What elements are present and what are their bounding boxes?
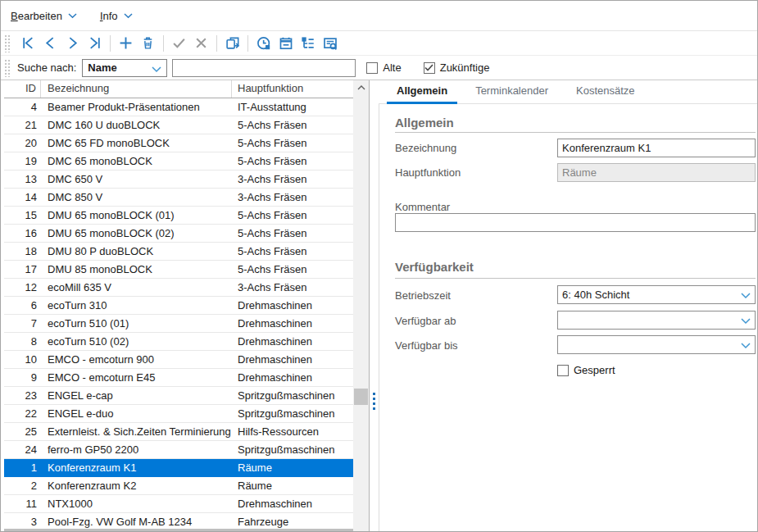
verfuegbar-ab-select[interactable] <box>557 311 756 330</box>
detail-tabs: Allgemein Terminkalender Kostensätze <box>379 80 757 104</box>
previous-record-icon <box>43 36 57 50</box>
bezeichnung-input[interactable] <box>557 139 756 157</box>
column-header-id[interactable]: ID <box>4 80 41 98</box>
chevron-down-icon <box>124 13 133 19</box>
table-row[interactable]: 25 Externleist. & Sich.Zeiten Terminieru… <box>4 423 353 441</box>
table-row[interactable]: 16 DMU 65 monoBLOCK (02) 5-Achs Fräsen <box>4 225 353 243</box>
check-icon <box>424 64 433 71</box>
cell-id: 2 <box>4 477 41 494</box>
table-row[interactable]: 23 ENGEL e-cap Spritzgußmaschinen <box>4 387 353 405</box>
next-record-icon <box>66 36 79 50</box>
report-search-icon <box>323 36 338 51</box>
betriebszeit-select[interactable]: 6: 40h Schicht <box>557 285 756 304</box>
table-row[interactable]: 14 DMC 850 V 3-Achs Fräsen <box>4 189 353 207</box>
search-input[interactable] <box>172 59 356 77</box>
first-record-button[interactable] <box>17 34 39 53</box>
kommentar-input[interactable] <box>395 213 756 232</box>
table-row[interactable]: 9 EMCO - emcoturn E45 Drehmaschinen <box>4 369 353 387</box>
cell-id: 22 <box>4 405 41 422</box>
table-row[interactable]: 15 DMU 65 monoBLOCK (01) 5-Achs Fräsen <box>4 207 353 225</box>
menu-bearbeiten-label: Bearbeiten <box>11 10 62 22</box>
tab-kostensaetze[interactable]: Kostensätze <box>566 80 645 103</box>
search-field-combobox[interactable]: Name <box>82 59 167 77</box>
last-record-button[interactable] <box>84 34 106 53</box>
cell-bezeichnung: DMC 65 FD monoBLOCK <box>41 134 232 152</box>
calendar-button[interactable] <box>275 34 297 53</box>
checkbox-alte-box <box>366 62 378 74</box>
panel-splitter[interactable] <box>370 80 379 531</box>
cell-bezeichnung: Konferenzraum K1 <box>41 459 232 476</box>
searchbar-drag-handle[interactable] <box>4 59 11 77</box>
column-header-bezeichnung[interactable]: Bezeichnung <box>41 80 232 98</box>
checkbox-alte[interactable]: Alte <box>366 61 401 74</box>
table-row[interactable]: 12 ecoMill 635 V 3-Achs Fräsen <box>4 279 353 297</box>
toolbar <box>1 31 757 56</box>
delete-button[interactable] <box>137 34 159 53</box>
column-header-hauptfunktion[interactable]: Hauptfunktion <box>232 80 353 98</box>
chevron-up-icon <box>357 85 365 90</box>
report-search-button[interactable] <box>319 34 341 53</box>
cell-bezeichnung: DMC 850 V <box>41 189 232 206</box>
table-row[interactable]: 11 NTX1000 Drehmaschinen <box>4 495 353 513</box>
table-row[interactable]: 6 ecoTurn 310 Drehmaschinen <box>4 297 353 315</box>
previous-record-button[interactable] <box>39 34 61 53</box>
table-row[interactable]: 10 EMCO - emcoturn 900 Drehmaschinen <box>4 351 353 369</box>
checkbox-zukuenftige[interactable]: Zukünftige <box>424 61 490 74</box>
partial-row-strip <box>4 529 353 531</box>
table-row[interactable]: 17 DMU 85 monoBLOCK 5-Achs Fräsen <box>4 261 353 279</box>
transfer-button[interactable] <box>221 34 243 53</box>
cell-bezeichnung: Pool-Fzg. VW Golf M-AB 1234 <box>41 513 232 530</box>
table-row[interactable]: 21 DMC 160 U duoBLOCK 5-Achs Fräsen <box>4 116 353 134</box>
table-row[interactable]: 20 DMC 65 FD monoBLOCK 5-Achs Fräsen <box>4 134 353 152</box>
cell-hauptfunktion: Drehmaschinen <box>232 369 353 386</box>
table-row[interactable]: 13 DMC 650 V 3-Achs Fräsen <box>4 171 353 189</box>
menu-bearbeiten[interactable]: Bearbeiten <box>11 10 77 22</box>
scroll-up-button[interactable] <box>353 80 369 95</box>
cell-id: 17 <box>4 261 41 278</box>
table-row[interactable]: 7 ecoTurn 510 (01) Drehmaschinen <box>4 315 353 333</box>
tab-terminkalender[interactable]: Terminkalender <box>465 80 558 103</box>
resources-table: ID Bezeichnung Hauptfunktion 4 Beamer Pr… <box>4 80 353 531</box>
clock-button[interactable] <box>252 34 275 53</box>
verfuegbar-bis-select[interactable] <box>557 335 756 354</box>
cell-hauptfunktion: 5-Achs Fräsen <box>232 243 353 260</box>
first-record-icon <box>21 36 35 50</box>
toolbar-separator <box>110 35 111 52</box>
table-row[interactable]: 19 DMC 65 monoBLOCK 5-Achs Fräsen <box>4 152 353 171</box>
verfuegbar-ab-label: Verfügbar ab <box>395 315 456 327</box>
table-row[interactable]: 22 ENGEL e-duo Spritzgußmaschinen <box>4 405 353 423</box>
section-title-verfuegbarkeit: Verfügbarkeit <box>395 260 474 274</box>
detail-panel: Allgemein Terminkalender Kostensätze All… <box>379 80 757 531</box>
cell-hauptfunktion: Spritzgußmaschinen <box>232 387 353 404</box>
table-row[interactable]: 1 Konferenzraum K1 Räume <box>4 459 353 477</box>
cell-bezeichnung: Externleist. & Sich.Zeiten Terminierung <box>41 423 232 440</box>
cell-bezeichnung: ENGEL e-duo <box>41 405 232 422</box>
table-row[interactable]: 2 Konferenzraum K2 Räume <box>4 477 353 495</box>
next-record-button[interactable] <box>61 34 84 53</box>
table-header: ID Bezeichnung Hauptfunktion <box>4 80 353 98</box>
tab-allgemein[interactable]: Allgemein <box>387 80 457 103</box>
table-row[interactable]: 8 ecoTurn 510 (02) Drehmaschinen <box>4 333 353 351</box>
table-row[interactable]: 24 ferro-m GP50 2200 Spritzgußmaschinen <box>4 441 353 459</box>
cancel-button[interactable] <box>190 34 212 53</box>
cell-hauptfunktion: Hilfs-Ressourcen <box>232 423 353 440</box>
add-button[interactable] <box>115 34 137 53</box>
hauptfunktion-label: Hauptfunktion <box>395 166 461 179</box>
cell-bezeichnung: DMU 65 monoBLOCK (02) <box>41 225 232 242</box>
menu-info[interactable]: Info <box>100 10 133 22</box>
confirm-button[interactable] <box>168 34 190 53</box>
cell-id: 16 <box>4 225 41 242</box>
table-row[interactable]: 18 DMU 80 P duoBLOCK 5-Achs Fräsen <box>4 243 353 261</box>
cell-hauptfunktion: 3-Achs Fräsen <box>232 171 353 188</box>
cell-id: 18 <box>4 243 41 260</box>
scrollbar-thumb[interactable] <box>354 389 368 405</box>
vertical-scrollbar[interactable] <box>353 80 369 531</box>
cell-id: 11 <box>4 495 41 512</box>
cell-id: 7 <box>4 315 41 332</box>
cell-hauptfunktion: Spritzgußmaschinen <box>232 405 353 422</box>
checkbox-gesperrt[interactable]: Gesperrt <box>557 364 615 376</box>
tree-list-button[interactable] <box>297 34 319 53</box>
table-row[interactable]: 4 Beamer Produkt-Präsentationen IT-Ausst… <box>4 98 353 116</box>
toolbar-drag-handle[interactable] <box>4 34 11 52</box>
cell-bezeichnung: ecoTurn 510 (01) <box>41 315 232 332</box>
